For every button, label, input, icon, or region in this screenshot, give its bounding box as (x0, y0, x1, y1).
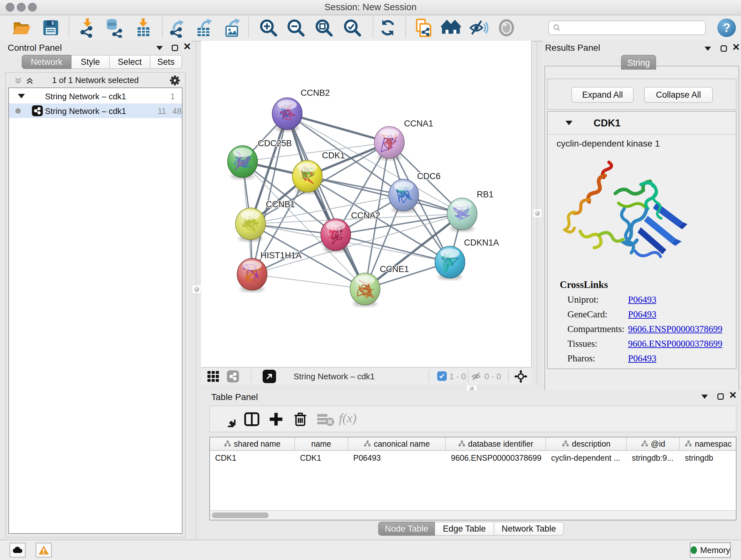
panel-float-icon[interactable] (718, 393, 724, 400)
network-edge[interactable] (252, 114, 287, 274)
save-session-button[interactable] (41, 18, 61, 38)
network-row-selected[interactable]: String Network – cdk1 11 48 (9, 104, 182, 118)
network-node-CDC25B[interactable] (227, 145, 258, 179)
help-button[interactable]: ? (718, 18, 736, 37)
crosslink-link[interactable]: P06493 (628, 309, 657, 320)
hide-panels-button[interactable] (468, 18, 488, 38)
expand-all-button[interactable]: Expand All (571, 87, 634, 103)
column-header-namespac[interactable]: namespac (680, 437, 737, 450)
network-node-CCNE1[interactable] (350, 273, 380, 307)
column-header--id[interactable]: @id (627, 437, 680, 450)
table-cell[interactable]: CDK1 (295, 451, 348, 465)
open-session-button[interactable] (12, 18, 31, 38)
table-cell[interactable]: stringdb (680, 451, 737, 465)
table-cell[interactable]: P06493 (348, 451, 446, 465)
network-node-HIST1H1A[interactable] (237, 258, 267, 292)
export-network-button[interactable] (167, 18, 187, 38)
panel-close-icon[interactable]: ✕ (183, 44, 191, 50)
network-node-RB1[interactable] (447, 198, 477, 232)
zoom-fit-button[interactable] (314, 18, 334, 38)
warnings-button[interactable] (36, 543, 52, 557)
search-input[interactable] (561, 22, 705, 34)
network-node-CDKN1A[interactable] (435, 246, 465, 280)
grid-view-icon[interactable] (207, 371, 219, 382)
column-header-name[interactable]: name (295, 437, 348, 450)
left-splitter-handle[interactable] (192, 285, 201, 294)
tab-network[interactable]: Network (22, 55, 71, 69)
collection-expander-icon[interactable] (18, 94, 25, 98)
panel-close-icon[interactable]: ✕ (732, 44, 740, 51)
column-header-description[interactable]: description (546, 437, 627, 450)
table-options-gear-button[interactable] (219, 411, 235, 427)
tab-node-table[interactable]: Node Table (378, 522, 435, 536)
tab-string[interactable]: String (621, 55, 656, 70)
right-splitter-handle[interactable] (533, 209, 542, 217)
scrollbar-thumb[interactable] (212, 512, 269, 518)
tab-select[interactable]: Select (110, 55, 150, 69)
crosslink-link[interactable]: 9606.ENSP00000378699 (628, 338, 723, 349)
open-in-new-icon[interactable] (263, 370, 276, 383)
column-label: database identifier (468, 439, 533, 449)
network-node-CCNA1[interactable] (374, 126, 404, 160)
memory-button[interactable]: Memory (690, 543, 731, 558)
selected-checkbox-icon[interactable] (437, 371, 447, 381)
zoom-selected-button[interactable] (342, 18, 362, 38)
network-collection-row[interactable]: String Network – cdk1 1 (9, 89, 182, 104)
network-graph[interactable]: CCNB2CCNA1CDC25BCDK1CDC6RB1CCNB1CCNA2CDK… (201, 41, 531, 367)
network-badge-icon[interactable] (227, 370, 239, 382)
delete-column-button[interactable] (292, 411, 308, 427)
crosslink-link[interactable]: P06493 (628, 294, 657, 305)
panel-float-icon[interactable] (172, 45, 178, 51)
export-image-button[interactable] (222, 18, 242, 38)
home-button[interactable] (441, 18, 461, 38)
panel-menu-icon[interactable] (701, 395, 708, 399)
collapse-all-button[interactable]: Collapse All (644, 87, 713, 103)
export-table-button[interactable] (194, 18, 214, 38)
network-edge[interactable] (287, 114, 365, 289)
table-cell[interactable]: cyclin-dependent ... (546, 451, 627, 465)
network-node-CDC6[interactable] (389, 179, 419, 213)
entry-collapse-icon[interactable] (565, 121, 572, 125)
import-table-button[interactable] (133, 18, 153, 38)
add-column-button[interactable] (268, 411, 284, 427)
tab-sets[interactable]: Sets (150, 55, 182, 69)
tab-network-table[interactable]: Network Table (494, 522, 564, 536)
zoom-in-icon (259, 18, 278, 38)
delete-table-button-disabled[interactable] (317, 411, 334, 427)
table-cell[interactable]: stringdb:9... (627, 451, 680, 465)
table-cell[interactable]: CDK1 (210, 451, 295, 465)
entry-header[interactable]: CDK1 (548, 112, 736, 135)
zoom-in-button[interactable] (259, 18, 278, 38)
crosslink-link[interactable]: P06493 (628, 353, 657, 364)
network-edge[interactable] (287, 114, 389, 142)
network-edge[interactable] (252, 274, 365, 289)
crosshair-icon[interactable] (514, 369, 528, 383)
refresh-button[interactable] (378, 18, 398, 38)
import-network-from-database-button[interactable] (105, 18, 124, 38)
network-node-CCNB2[interactable] (272, 98, 302, 132)
import-network-button[interactable] (77, 18, 97, 38)
table-row[interactable]: CDK1CDK1P064939606.ENSP00000378699cyclin… (210, 451, 736, 465)
column-header-database-identifier[interactable]: database identifier (446, 437, 546, 450)
table-hscrollbar[interactable] (210, 510, 736, 520)
panel-menu-icon[interactable] (156, 46, 163, 50)
show-columns-button[interactable] (244, 411, 260, 427)
function-builder-icon-disabled[interactable]: f(x) (339, 411, 357, 426)
panel-menu-icon[interactable] (704, 47, 711, 51)
show-panels-button[interactable] (496, 18, 516, 38)
crosslink-link[interactable]: 9606.ENSP00000378699 (628, 324, 723, 334)
column-header-shared-name[interactable]: shared name (210, 437, 295, 450)
copy-session-button[interactable] (413, 18, 433, 38)
network-canvas[interactable]: CCNB2CCNA1CDC25BCDK1CDC6RB1CCNB1CCNA2CDK… (201, 41, 532, 367)
table-cell[interactable]: 9606.ENSP00000378699 (446, 451, 546, 465)
zoom-out-button[interactable] (286, 18, 306, 38)
node-table[interactable]: shared namenamecanonical namedatabase id… (209, 437, 737, 520)
network-edge[interactable] (336, 235, 450, 262)
panel-float-icon[interactable] (721, 45, 727, 52)
panel-close-icon[interactable]: ✕ (729, 392, 737, 398)
tab-style[interactable]: Style (71, 55, 110, 69)
cloud-status-button[interactable] (10, 543, 25, 557)
network-options-gear-icon[interactable] (170, 75, 180, 85)
tab-edge-table[interactable]: Edge Table (435, 522, 494, 536)
column-header-canonical-name[interactable]: canonical name (348, 437, 446, 450)
